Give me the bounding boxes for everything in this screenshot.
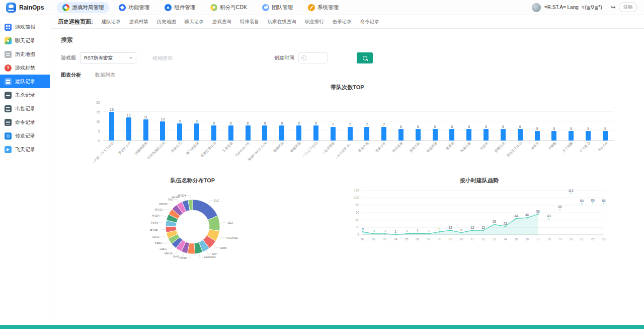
sidebar-item-label: 历史地图: [15, 51, 35, 58]
pie-leader-line: [160, 236, 166, 237]
nav-item-2[interactable]: 组件管理: [159, 2, 201, 13]
bar-8: [246, 125, 251, 141]
view-tab-0[interactable]: 图表分析: [61, 72, 81, 79]
line-x-tick: 14: [503, 237, 507, 241]
bar-cell: 9: [188, 119, 205, 141]
page-tab-7[interactable]: 职业排行: [305, 19, 324, 25]
line-x-tick: 18: [547, 237, 551, 241]
pie-label: ZLC: [214, 199, 220, 202]
bar-28: [586, 131, 591, 141]
bar-chart-plot: 0510152015121110998888888777766666666555…: [86, 92, 619, 169]
view-tab-1[interactable]: 数据列表: [95, 72, 115, 79]
sidebar-item-7[interactable]: 命令记录: [0, 115, 50, 129]
pie-label: CdLL: [159, 247, 167, 250]
page-tab-5[interactable]: 特殊装备: [240, 19, 259, 25]
points-cdk-icon: [210, 4, 217, 11]
line-point-20: [581, 203, 583, 205]
bar-cell: 8: [273, 121, 290, 141]
line-x-tick: 23: [602, 237, 606, 241]
bar-x-label-cell: 月下独酌: [562, 141, 580, 169]
bar-16: [381, 127, 386, 141]
sidebar-item-8[interactable]: 传送记录: [0, 129, 50, 143]
line-value-label: 3: [428, 229, 430, 233]
keyword-input[interactable]: [151, 55, 209, 61]
line-x-tick: 03: [383, 237, 387, 241]
nav-item-0[interactable]: 游戏对局管理: [57, 2, 109, 13]
fly-record-icon: [5, 146, 12, 153]
line-x-tick: 08: [438, 237, 442, 241]
pie-leader-line: [174, 251, 178, 253]
sidebar-item-3[interactable]: 游戏封禁: [0, 61, 50, 75]
sidebar-item-4[interactable]: 建队记录: [0, 75, 50, 88]
line-point-4: [406, 233, 408, 234]
pie-label: YINN: [150, 221, 157, 224]
pie-label: HJA3: [152, 235, 159, 238]
sidebar-item-1[interactable]: 聊天记录: [0, 34, 50, 47]
footer-bar: [0, 325, 644, 329]
page-tab-6[interactable]: 玩家在线查询: [268, 19, 296, 25]
bar-22: [484, 129, 489, 141]
header-user-area: =R.ST.A= Lang ヾ(≧∇≦*)ゝ ↪ 注销: [532, 3, 639, 12]
bar-value-label: 7: [366, 123, 368, 126]
line-y-tick: 40: [356, 218, 360, 222]
nav-item-5[interactable]: 系统管理: [302, 2, 344, 13]
bar-x-label-cell: 小飞侠·Q: [580, 141, 597, 169]
pie-label: MK14: [165, 252, 173, 255]
sidebar-item-6[interactable]: 出售记录: [0, 102, 50, 115]
sidebar-item-label: 游戏简报: [15, 24, 35, 31]
sidebar-item-5[interactable]: 击杀记录: [0, 88, 50, 102]
line-y-tick: 100: [354, 196, 359, 200]
bar-6: [211, 125, 216, 141]
sidebar-item-label: 出售记录: [15, 105, 35, 112]
sidebar-item-label: 飞天记录: [15, 146, 35, 153]
sidebar-item-0[interactable]: 游戏简报: [0, 20, 50, 34]
bar-cell: 8: [205, 121, 222, 141]
line-value-label: 3: [373, 229, 375, 233]
bar-cell: 9: [171, 119, 188, 141]
bar-cell: 6: [427, 125, 444, 141]
nav-item-label: 系统管理: [317, 4, 339, 11]
sidebar-item-label: 命令记录: [15, 119, 35, 126]
bar-x-label-cell: 巅峰对决: [273, 141, 290, 169]
line-x-tick: 21: [580, 237, 584, 241]
pie-label: MP: [212, 252, 217, 255]
page-tab-9[interactable]: 命令记录: [360, 19, 379, 25]
pie-leader-line: [163, 242, 169, 243]
page-tab-1[interactable]: 游戏封禁: [129, 19, 148, 25]
create-time-picker[interactable]: [298, 52, 328, 63]
search-button[interactable]: [357, 52, 373, 63]
logout-button[interactable]: 注销: [619, 3, 637, 12]
nav-item-4[interactable]: 团队管理: [257, 2, 298, 13]
bar-x-label-cell: 冲锋号: [529, 141, 546, 169]
line-x-tick: 22: [591, 237, 595, 241]
bar-9: [262, 125, 267, 141]
page-tabs: 建队记录游戏封禁历史地图聊天记录游戏查询特殊装备玩家在线查询职业排行击杀记录命令…: [102, 19, 379, 25]
avatar[interactable]: [532, 3, 541, 12]
page-tab-8[interactable]: 击杀记录: [333, 19, 352, 25]
bar-value-label: 7: [349, 123, 351, 126]
server-select[interactable]: RST所有密室: [80, 52, 136, 63]
nav-item-1[interactable]: 功能管理: [113, 2, 155, 13]
bar-1: [126, 117, 131, 141]
sidebar-item-9[interactable]: 飞天记录: [0, 143, 50, 156]
line-value-label: 12: [470, 226, 474, 229]
bar-x-label: 荣耀之光: [494, 141, 507, 154]
page-tab-0[interactable]: 建队记录: [102, 19, 121, 25]
bar-value-label: 5: [587, 127, 589, 130]
page-tab-3[interactable]: 聊天记录: [185, 19, 204, 25]
page-tab-2[interactable]: 历史地图: [157, 19, 176, 25]
bar-x-label-cell: 小钢炮: [546, 141, 563, 169]
line-value-label: 28: [493, 220, 497, 223]
logout-icon[interactable]: ↪: [611, 4, 615, 11]
line-value-label: 46: [525, 213, 529, 217]
sidebar-item-2[interactable]: 历史地图: [0, 47, 50, 61]
sidebar-item-label: 聊天记录: [15, 37, 35, 44]
bar-value-label: 6: [400, 125, 402, 128]
page-tab-4[interactable]: 游戏查询: [212, 19, 231, 25]
pie-leader-line: [169, 204, 174, 206]
nav-item-3[interactable]: 积分与CDK: [205, 2, 253, 13]
line-point-7: [439, 231, 440, 233]
bar-value-label: 6: [417, 125, 419, 128]
line-point-0: [362, 231, 364, 233]
line-y-tick: 80: [356, 203, 360, 207]
